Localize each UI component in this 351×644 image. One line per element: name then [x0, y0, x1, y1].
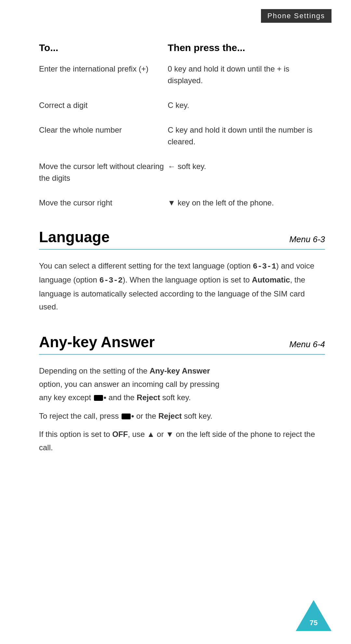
language-title: Language — [39, 228, 110, 246]
cell-right: ▼ key on the left of the phone. — [168, 197, 325, 209]
any-key-body-text2: To reject the call, press • or the Rejec… — [39, 410, 325, 423]
any-key-title: Any-key Answer — [39, 333, 155, 351]
reference-table: To... Then press the... Enter the intern… — [39, 42, 325, 209]
language-body-text: You can select a different setting for t… — [39, 259, 325, 314]
option-632: 6-3-2 — [99, 276, 123, 285]
col-then-header: Then press the... — [168, 42, 325, 53]
reject-label-1: Reject — [137, 393, 160, 402]
phone-icon-2 — [122, 414, 131, 419]
option-631: 6-3-1 — [253, 262, 276, 271]
any-key-body-text: Depending on the setting of the Any-key … — [39, 364, 325, 404]
table-row: Enter the international prefix (+) 0 key… — [39, 63, 325, 86]
page-number-wrapper: 75 — [296, 600, 332, 631]
off-label: OFF — [112, 430, 128, 439]
or-text: or — [157, 430, 164, 439]
phone-icon-1 — [94, 395, 103, 401]
language-section-header: Language Menu 6-3 — [39, 228, 325, 250]
any-key-section-header: Any-key Answer Menu 6-4 — [39, 333, 325, 355]
header-badge-text: Phone Settings — [267, 12, 325, 20]
cell-right: C key. — [168, 99, 325, 111]
col-to-header: To... — [39, 42, 168, 53]
automatic-label: Automatic — [252, 275, 290, 284]
any-key-menu: Menu 6-4 — [289, 339, 325, 349]
table-row: Move the cursor left without clearing th… — [39, 161, 325, 184]
cell-right: 0 key and hold it down until the + is di… — [168, 63, 325, 86]
table-row: Clear the whole number C key and hold it… — [39, 124, 325, 148]
cell-left: Move the cursor left without clearing th… — [39, 161, 168, 184]
language-menu: Menu 6-3 — [289, 234, 325, 244]
any-key-answer-label: Any-key Answer — [150, 366, 210, 375]
reject-label-2: Reject — [158, 412, 182, 420]
page-number: 75 — [310, 619, 318, 627]
cell-left: Correct a digit — [39, 99, 168, 111]
any-key-body-text3: If this option is set to OFF, use ▲ or ▼… — [39, 428, 325, 454]
main-content: To... Then press the... Enter the intern… — [0, 23, 351, 493]
table-row: Move the cursor right ▼ key on the left … — [39, 197, 325, 209]
page-header: Phone Settings — [0, 0, 351, 23]
cell-left: Clear the whole number — [39, 124, 168, 136]
any-key-body: Depending on the setting of the Any-key … — [39, 364, 325, 454]
language-body: You can select a different setting for t… — [39, 259, 325, 314]
comma-dot: • — [104, 393, 106, 402]
cell-right: ← soft key. — [168, 161, 325, 172]
cell-left: Move the cursor right — [39, 197, 168, 209]
table-row: Correct a digit C key. — [39, 99, 325, 111]
page-number-container: 75 — [296, 600, 332, 631]
any-key-section: Any-key Answer Menu 6-4 Depending on the… — [39, 333, 325, 454]
table-header-row: To... Then press the... — [39, 42, 325, 53]
cell-left: Enter the international prefix (+) — [39, 63, 168, 75]
comma-dot2: • — [131, 412, 134, 420]
language-section: Language Menu 6-3 You can select a diffe… — [39, 228, 325, 314]
header-badge: Phone Settings — [261, 9, 332, 23]
cell-right: C key and hold it down until the number … — [168, 124, 325, 148]
